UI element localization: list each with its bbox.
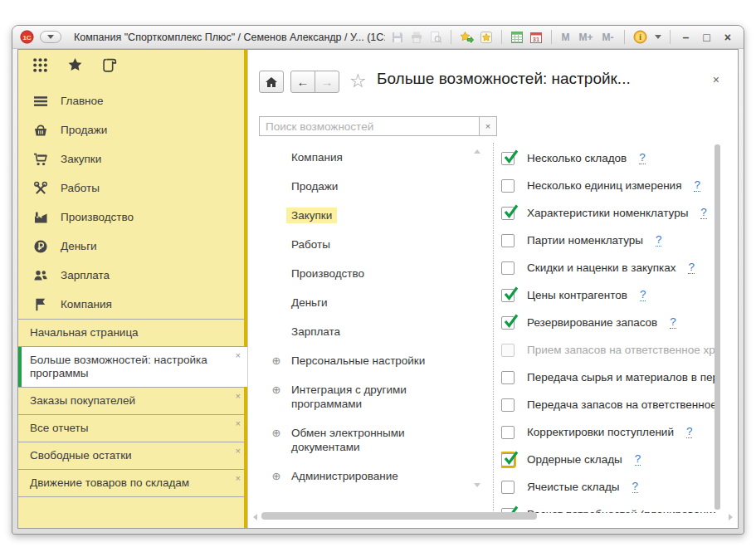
apps-grid-icon[interactable]	[32, 57, 48, 73]
tree-item[interactable]: Производство	[248, 259, 490, 288]
checkbox[interactable]	[501, 234, 515, 247]
option-row: Партии номенклатуры?	[501, 227, 715, 254]
favorite-star-icon[interactable]: ☆	[349, 71, 367, 90]
checkbox[interactable]	[501, 261, 515, 275]
close-tab-icon[interactable]: ×	[236, 392, 241, 401]
sidebar-edge-strip	[244, 50, 247, 528]
sidebar-menu-item[interactable]: Деньги	[18, 232, 247, 261]
help-link[interactable]: ?	[640, 289, 646, 301]
checkbox[interactable]	[501, 398, 515, 412]
checkbox[interactable]	[501, 152, 515, 165]
scroll-right-icon[interactable]	[729, 514, 733, 520]
scroll-left-icon[interactable]	[253, 514, 257, 520]
window-tab[interactable]: Все отчеты×	[18, 414, 247, 442]
sidebar-menu-item[interactable]: Главное	[18, 86, 247, 115]
info-icon[interactable]: i	[633, 30, 647, 44]
cart-icon	[32, 152, 48, 167]
back-button[interactable]: ←	[290, 71, 315, 93]
titlebar[interactable]: 1С Компания "Спорткомплекс Плюс" / Семен…	[12, 26, 744, 49]
calculator-icon[interactable]	[510, 31, 524, 44]
save-icon[interactable]	[391, 31, 404, 44]
memory-recall-button[interactable]: M	[560, 32, 572, 43]
checkbox[interactable]	[501, 453, 515, 467]
home-button[interactable]	[259, 71, 284, 93]
calendar-icon[interactable]: 31	[529, 31, 543, 44]
favorites-icon[interactable]	[480, 31, 493, 44]
memory-subtract-button[interactable]: M-	[601, 32, 616, 43]
expand-icon[interactable]: ⊕	[271, 383, 282, 397]
scrollbar-thumb[interactable]	[261, 512, 537, 520]
help-link[interactable]: ?	[656, 234, 662, 247]
checkbox[interactable]	[501, 207, 515, 220]
sidebar-menu-item[interactable]: Компания	[18, 290, 247, 319]
close-tab-icon[interactable]: ×	[236, 351, 241, 360]
checkbox[interactable]	[501, 426, 515, 439]
tree-item[interactable]: ⊕Интеграция с другими программами	[248, 375, 490, 418]
option-row: Ячеистые склады?	[501, 473, 715, 501]
checkbox[interactable]	[501, 481, 515, 494]
help-link[interactable]: ?	[639, 152, 646, 164]
checkbox[interactable]	[501, 344, 515, 357]
page-title: Больше возможностей: настройк...	[377, 70, 631, 88]
window-tab[interactable]: Больше возможностей: настройка программы…	[18, 346, 247, 387]
window-tab[interactable]: Движение товаров по складам×	[18, 469, 247, 497]
checkbox[interactable]	[501, 179, 515, 193]
tree-item[interactable]: Работы	[248, 230, 490, 259]
sidebar-menu-item[interactable]: Работы	[18, 173, 247, 203]
expand-icon[interactable]: ⊕	[271, 426, 282, 440]
checkbox[interactable]	[501, 371, 515, 384]
tree-item[interactable]: Зарплата	[248, 317, 490, 346]
system-menu-button[interactable]	[40, 31, 61, 43]
option-row: Ордерные склады?	[501, 446, 715, 473]
help-link[interactable]: ?	[635, 453, 641, 466]
sidebar-menu-item[interactable]: Производство	[18, 203, 247, 232]
expand-icon[interactable]: ⊕	[271, 469, 282, 483]
checkbox[interactable]	[501, 316, 515, 330]
checkbox[interactable]	[501, 289, 515, 302]
print-preview-icon[interactable]	[429, 31, 442, 44]
tree-item[interactable]: Деньги	[248, 288, 490, 317]
forward-button[interactable]: →	[315, 71, 339, 93]
maximize-button[interactable]: □	[699, 32, 714, 43]
help-link[interactable]: ?	[670, 316, 676, 329]
help-link[interactable]: ?	[632, 481, 639, 493]
window-tab[interactable]: Заказы покупателей×	[18, 387, 247, 414]
search-input[interactable]	[259, 116, 480, 136]
tree-item[interactable]: ⊕Обмен электронными документами	[248, 418, 490, 462]
close-page-icon[interactable]: ×	[713, 73, 719, 86]
scroll-down-icon[interactable]	[474, 483, 480, 487]
window-tab[interactable]: Начальная страница	[18, 319, 247, 346]
vertical-scrollbar[interactable]	[715, 144, 720, 510]
close-tab-icon[interactable]: ×	[236, 447, 241, 456]
help-link[interactable]: ?	[700, 207, 707, 219]
money-icon	[32, 239, 48, 254]
memory-add-button[interactable]: M+	[578, 32, 595, 43]
tree-item[interactable]: ⊕Администрирование	[248, 462, 490, 491]
sidebar-menu-item[interactable]: Зарплата	[18, 261, 247, 290]
help-link[interactable]: ?	[688, 261, 695, 274]
tree-item[interactable]: Закупки	[248, 201, 490, 230]
history-icon[interactable]	[102, 57, 118, 73]
option-row: Корректировки поступлений?	[501, 418, 715, 446]
sidebar: ГлавноеПродажиЗакупкиРаботыПроизводствоД…	[18, 50, 247, 528]
help-link[interactable]: ?	[686, 426, 693, 438]
print-icon[interactable]	[410, 31, 423, 44]
window-tab[interactable]: Свободные остатки×	[18, 442, 247, 469]
help-link[interactable]: ?	[694, 179, 700, 192]
scroll-up-icon[interactable]	[474, 149, 480, 154]
tree-item[interactable]: ⊕Персональные настройки	[248, 346, 490, 375]
close-tab-icon[interactable]: ×	[236, 474, 241, 483]
minimize-button[interactable]: –	[679, 32, 694, 43]
expand-icon[interactable]: ⊕	[271, 354, 282, 368]
favorites-star-icon[interactable]	[67, 57, 83, 73]
horizontal-scrollbar[interactable]	[251, 510, 735, 521]
close-button[interactable]: ×	[720, 32, 735, 43]
close-tab-icon[interactable]: ×	[236, 419, 241, 428]
clear-search-button[interactable]: ×	[479, 116, 497, 136]
sidebar-menu-item[interactable]: Продажи	[18, 115, 247, 144]
add-favorite-icon[interactable]	[460, 31, 474, 44]
tree-item[interactable]: Продажи	[248, 172, 490, 201]
tree-item[interactable]: Компания	[248, 143, 490, 172]
sidebar-menu-item[interactable]: Закупки	[18, 144, 247, 173]
chevron-down-icon[interactable]	[655, 35, 661, 39]
